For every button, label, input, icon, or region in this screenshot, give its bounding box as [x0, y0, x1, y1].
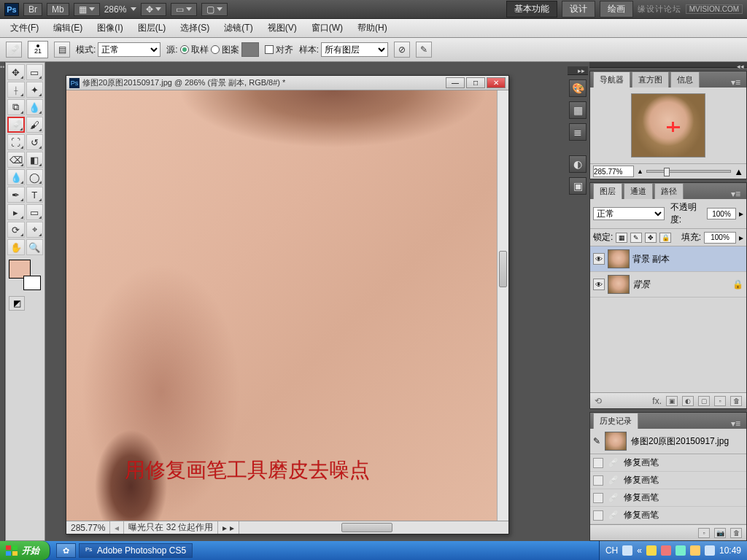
quick-select-tool[interactable]: ✦: [26, 82, 44, 98]
lasso-tool[interactable]: ⟊: [7, 82, 25, 98]
taskbar-app[interactable]: Ps Adobe Photoshop CS5: [79, 543, 193, 558]
clock[interactable]: 10:49: [719, 545, 741, 556]
eraser-tool[interactable]: ⌫: [7, 152, 25, 168]
workspace-basic[interactable]: 基本功能: [506, 1, 557, 18]
3d-camera-tool[interactable]: ⌖: [26, 222, 44, 238]
move-tool[interactable]: ✥: [7, 64, 25, 80]
workspace-paint[interactable]: 绘画: [600, 1, 633, 18]
document-titlebar[interactable]: Ps 修图20原图20150917.jpg @ 286% (背景 副本, RGB…: [66, 76, 508, 90]
gradient-tool[interactable]: ◧: [26, 152, 44, 168]
zoom-dropdown-icon[interactable]: [131, 7, 136, 11]
swatches-panel-icon[interactable]: ▦: [569, 101, 587, 119]
color-panel-icon[interactable]: 🎨: [569, 79, 587, 97]
blur-tool[interactable]: 💧: [7, 169, 25, 185]
ime-indicator[interactable]: CH: [605, 545, 618, 556]
tab-navigator[interactable]: 导航器: [593, 71, 630, 88]
history-step[interactable]: 🩹修复画笔: [590, 507, 746, 524]
layer-thumbnail[interactable]: [608, 275, 630, 294]
brush-tool[interactable]: 🖌: [26, 117, 43, 133]
delete-state-button[interactable]: 🗑: [730, 528, 742, 538]
minibridge-button[interactable]: Mb: [47, 3, 69, 16]
zoom-out-icon[interactable]: ▲: [637, 168, 643, 175]
new-doc-from-state-button[interactable]: ▫: [698, 528, 710, 538]
fill-menu-icon[interactable]: ▸: [739, 233, 743, 243]
arrange-docs-button[interactable]: ▭: [171, 3, 197, 16]
delete-layer-button[interactable]: 🗑: [730, 396, 742, 406]
opacity-field[interactable]: 100%: [707, 208, 736, 219]
group-button[interactable]: ▢: [698, 396, 710, 406]
panel-menu-icon[interactable]: ▾≡: [728, 419, 743, 429]
shape-tool[interactable]: ▭: [26, 204, 44, 220]
visibility-toggle[interactable]: 👁: [593, 253, 605, 265]
history-step[interactable]: 🩹修复画笔: [590, 489, 746, 507]
tray-expand-icon[interactable]: «: [637, 545, 642, 556]
layer-thumbnail[interactable]: [608, 249, 630, 268]
menu-help[interactable]: 帮助(H): [350, 19, 395, 37]
eyedropper-tool[interactable]: 💧: [26, 99, 44, 115]
menu-view[interactable]: 视图(V): [260, 19, 304, 37]
styles-panel-icon[interactable]: ≣: [569, 123, 587, 141]
aligned-checkbox[interactable]: [265, 45, 274, 54]
dodge-tool[interactable]: ◯: [26, 169, 44, 185]
navigator-zoom-slider[interactable]: [646, 170, 731, 173]
minimize-button[interactable]: —: [446, 77, 465, 88]
pen-tool[interactable]: ✒: [7, 187, 25, 203]
tray-icon[interactable]: [661, 545, 671, 556]
lock-position-icon[interactable]: ✥: [645, 233, 657, 243]
layer-row[interactable]: 👁 背景 副本: [590, 246, 746, 272]
opacity-menu-icon[interactable]: ▸: [739, 209, 743, 219]
workspace-design[interactable]: 设计: [562, 1, 595, 18]
sample-layers-select[interactable]: 所有图层: [321, 42, 388, 57]
doc-zoom-field[interactable]: 285.77%: [66, 521, 110, 534]
lock-pixels-icon[interactable]: ✎: [630, 233, 642, 243]
lock-all-icon[interactable]: 🔒: [659, 233, 671, 243]
dock-strip[interactable]: ◂◂: [589, 62, 747, 68]
pressure-size-button[interactable]: ✎: [416, 42, 432, 58]
tray-icon[interactable]: [646, 545, 657, 556]
quick-mask-toggle[interactable]: ◩: [9, 296, 25, 311]
source-sample-radio[interactable]: [180, 45, 189, 54]
view-extras-button[interactable]: ▦: [74, 3, 100, 16]
zoom-in-icon[interactable]: ▲: [734, 166, 743, 177]
blend-mode-select[interactable]: 正常: [98, 42, 160, 57]
adjustments-panel-icon[interactable]: ◐: [569, 155, 587, 173]
bridge-button[interactable]: Br: [23, 3, 42, 16]
visibility-toggle[interactable]: 👁: [593, 279, 605, 290]
status-menu-icon[interactable]: ▸ ▸: [218, 521, 239, 534]
layer-name[interactable]: 背景: [632, 279, 650, 291]
close-button[interactable]: ✕: [487, 77, 506, 88]
pattern-swatch[interactable]: [241, 42, 259, 57]
3d-tool[interactable]: ⟳: [7, 222, 25, 238]
menu-edit[interactable]: 编辑(E): [46, 19, 90, 37]
layer-row[interactable]: 👁 背景 🔒: [590, 272, 746, 298]
quicklaunch-item[interactable]: ✿: [56, 543, 76, 558]
panel-menu-icon[interactable]: ▾≡: [728, 189, 743, 199]
tab-histogram[interactable]: 直方图: [632, 71, 669, 88]
lock-transparent-icon[interactable]: ▦: [616, 233, 627, 243]
tab-info[interactable]: 信息: [670, 71, 700, 88]
fx-button[interactable]: fx.: [652, 396, 662, 406]
layer-blend-select[interactable]: 正常: [593, 207, 665, 220]
brush-preset-picker[interactable]: 21: [28, 41, 48, 58]
mask-button[interactable]: ▣: [666, 396, 678, 406]
screen-mode-button[interactable]: ▢: [201, 3, 228, 16]
tray-volume-icon[interactable]: [705, 545, 715, 556]
fill-field[interactable]: 100%: [704, 232, 736, 244]
panel-menu-icon[interactable]: ▾≡: [728, 77, 743, 88]
menu-file[interactable]: 文件(F): [3, 19, 46, 37]
hand-tool-button[interactable]: ✥: [141, 3, 166, 16]
tray-icon[interactable]: [622, 545, 632, 556]
history-brush-tool[interactable]: ↺: [26, 134, 44, 150]
menu-select[interactable]: 选择(S): [173, 19, 217, 37]
menu-window[interactable]: 窗口(W): [304, 19, 350, 37]
background-swatch[interactable]: [23, 276, 41, 290]
ignore-adjustments-button[interactable]: ⊘: [394, 42, 410, 58]
color-selector[interactable]: [9, 260, 44, 290]
menu-image[interactable]: 图像(I): [90, 19, 130, 37]
brush-panel-toggle[interactable]: ▤: [54, 42, 70, 58]
horizontal-scrollbar[interactable]: [239, 521, 508, 534]
vertical-scrollbar[interactable]: [497, 90, 508, 521]
tab-history[interactable]: 历史记录: [593, 413, 638, 429]
masks-panel-icon[interactable]: ▣: [569, 177, 587, 195]
tab-channels[interactable]: 通道: [624, 183, 653, 199]
